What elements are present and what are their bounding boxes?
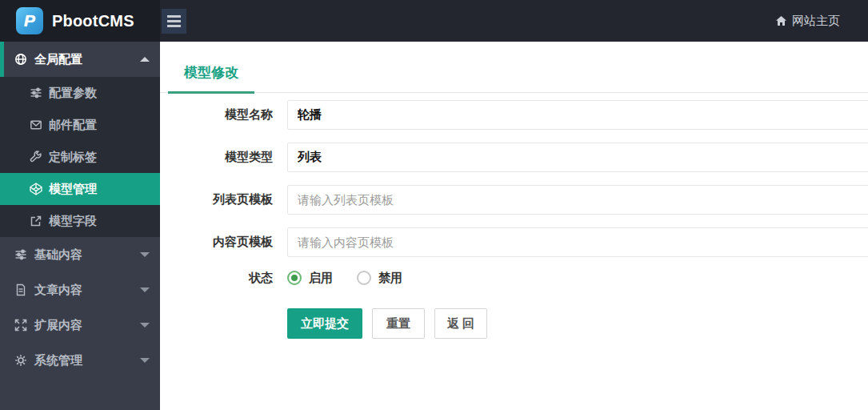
list-template-input[interactable] — [287, 185, 868, 215]
sidebar-item-label: 基础内容 — [34, 247, 82, 263]
sidebar-item-model-fields[interactable]: 模型字段 — [0, 205, 160, 237]
chevron-down-icon — [140, 252, 150, 257]
sidebar-item-label: 系统管理 — [34, 353, 82, 368]
list-template-label: 列表页模板 — [160, 192, 273, 207]
tab-bar: 模型修改 — [160, 42, 868, 93]
reset-button[interactable]: 重置 — [372, 308, 425, 339]
back-button[interactable]: 返 回 — [434, 308, 487, 339]
radio-label: 禁用 — [378, 271, 402, 286]
sidebar-item-system-manage[interactable]: 系统管理 — [0, 343, 160, 378]
model-name-input[interactable] — [287, 100, 868, 130]
envelope-icon — [30, 119, 42, 131]
chevron-up-icon — [140, 57, 150, 62]
header-bar: 网站主页 — [160, 0, 868, 42]
sidebar-item-label: 模型字段 — [49, 214, 97, 229]
model-type-label: 模型类型 — [160, 150, 273, 165]
logo-area: P PbootCMS — [0, 0, 160, 42]
chevron-down-icon — [140, 287, 150, 292]
sidebar-item-custom-tags[interactable]: 定制标签 — [0, 141, 160, 173]
radio-label: 启用 — [309, 271, 333, 286]
form-row-status: 状态 启用 禁用 — [160, 270, 868, 286]
sliders-icon — [30, 86, 42, 99]
home-link-label: 网站主页 — [792, 14, 840, 29]
sidebar-toggle-button[interactable] — [162, 9, 186, 34]
chevron-down-icon — [140, 323, 150, 328]
app-title: PbootCMS — [52, 12, 134, 30]
status-radio-disabled[interactable]: 禁用 — [357, 271, 402, 286]
form-row-list-template: 列表页模板 — [160, 185, 868, 215]
submit-button[interactable]: 立即提交 — [287, 308, 362, 339]
content-template-input[interactable] — [287, 227, 868, 257]
radio-icon — [287, 271, 302, 285]
form-actions: 立即提交 重置 返 回 — [160, 308, 868, 339]
chevron-down-icon — [140, 358, 150, 363]
sidebar-item-label: 配置参数 — [49, 86, 97, 101]
form-row-model-name: 模型名称 — [160, 100, 868, 130]
file-icon — [14, 283, 27, 296]
sidebar-item-label: 模型管理 — [49, 182, 97, 197]
tab-model-edit[interactable]: 模型修改 — [168, 63, 254, 92]
status-label: 状态 — [160, 271, 273, 286]
sidebar-item-label: 定制标签 — [49, 150, 97, 165]
sidebar-item-label: 扩展内容 — [34, 318, 82, 333]
main-content: 模型修改 模型名称 模型类型 列表页模板 内容页模板 状态 启用 — [160, 42, 868, 410]
sidebar-item-model-manage[interactable]: 模型管理 — [0, 173, 160, 205]
model-type-input[interactable] — [287, 143, 868, 172]
global-config-submenu: 配置参数 邮件配置 定制标签 模型管理 — [0, 77, 160, 237]
top-header: P PbootCMS 网站主页 — [0, 0, 868, 42]
model-name-label: 模型名称 — [160, 107, 273, 123]
status-radio-enabled[interactable]: 启用 — [287, 271, 333, 286]
external-link-icon — [30, 215, 42, 227]
wrench-icon — [30, 151, 42, 163]
sidebar-item-extended-content[interactable]: 扩展内容 — [0, 308, 160, 343]
sidebar-item-mail-config[interactable]: 邮件配置 — [0, 109, 160, 141]
sidebar-item-label: 文章内容 — [34, 283, 82, 298]
form-row-content-template: 内容页模板 — [160, 227, 868, 257]
form-row-model-type: 模型类型 — [160, 143, 868, 172]
sidebar-item-config-params[interactable]: 配置参数 — [0, 77, 160, 109]
sidebar-item-label: 邮件配置 — [49, 118, 97, 133]
sidebar-item-article-content[interactable]: 文章内容 — [0, 272, 160, 308]
pbootcms-logo-icon: P — [16, 7, 43, 34]
sidebar-item-global-config[interactable]: 全局配置 — [0, 42, 160, 77]
sidebar-nav: 全局配置 配置参数 邮件配置 定制标签 — [0, 42, 160, 410]
content-template-label: 内容页模板 — [160, 235, 273, 250]
gear-icon — [14, 354, 27, 367]
globe-icon — [14, 53, 27, 66]
sliders-icon — [14, 248, 27, 261]
cube-icon — [30, 183, 42, 195]
radio-icon — [357, 271, 371, 285]
expand-icon — [14, 319, 27, 332]
home-icon — [775, 15, 787, 26]
model-edit-form: 模型名称 模型类型 列表页模板 内容页模板 状态 启用 禁用 — [160, 93, 868, 339]
site-home-link[interactable]: 网站主页 — [775, 14, 868, 29]
sidebar-item-basic-content[interactable]: 基础内容 — [0, 237, 160, 272]
hamburger-icon — [167, 15, 181, 18]
sidebar-item-label: 全局配置 — [34, 52, 82, 67]
